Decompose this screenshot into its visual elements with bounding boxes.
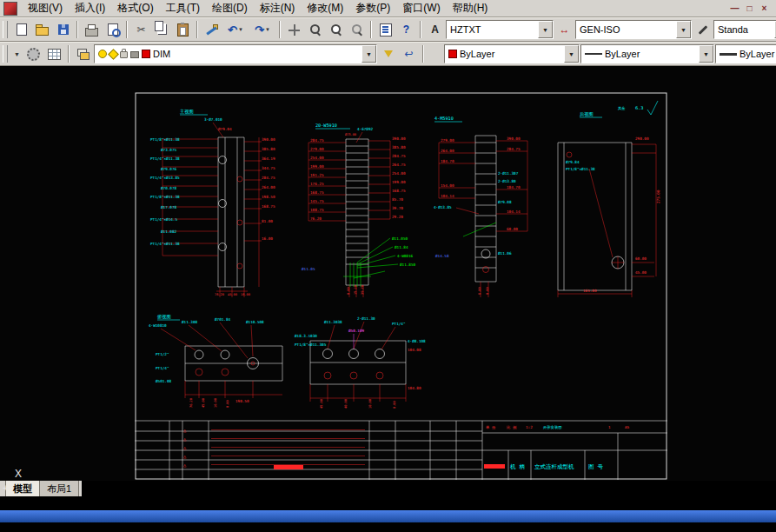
zoom-previous-icon <box>351 23 363 36</box>
zoom-previous-button[interactable] <box>347 20 367 39</box>
dim-text: 264.00 <box>441 149 454 153</box>
text-style-button[interactable]: A <box>425 20 445 39</box>
chevron-down-icon[interactable]: ▼ <box>538 21 553 38</box>
new-button[interactable] <box>11 20 31 39</box>
menu-view[interactable]: 视图(V) <box>22 0 69 17</box>
layer-states-button[interactable] <box>44 44 64 63</box>
plot-preview-icon <box>108 23 118 36</box>
dim-text: 264.75 <box>392 163 406 167</box>
match-properties-button[interactable] <box>202 20 222 39</box>
note-text: 2-Ø13.80 <box>498 179 516 183</box>
command-window-bar[interactable] <box>0 510 776 522</box>
note-text: Ø11.06 <box>498 251 512 256</box>
menu-bar: 视图(V) 插入(I) 格式(O) 工具(T) 绘图(D) 标注(N) 修改(M… <box>0 0 776 17</box>
redacted-bar <box>484 464 505 469</box>
dim-text: 76.20 <box>310 216 322 221</box>
zoom-window-button[interactable] <box>326 20 346 39</box>
dim-text: 0.00 <box>347 287 350 295</box>
model-space[interactable]: 主视图 20-W5910 4-67892 4-M5910 后视图 俯视图 其余 … <box>0 66 776 481</box>
chevron-down-icon[interactable]: ▼ <box>676 21 691 38</box>
paste-button[interactable] <box>173 20 193 39</box>
chevron-down-icon[interactable]: ▼ <box>699 45 713 63</box>
titleblock-text: 比 例 <box>507 425 516 430</box>
lineweight-combo[interactable]: ByLayer ▼ <box>715 44 776 63</box>
dim-text: 254.00 <box>310 156 324 160</box>
dim-style-combo[interactable]: GEN-ISO ▼ <box>575 20 692 39</box>
layer-plot-icon[interactable] <box>130 51 139 58</box>
minimize-button[interactable]: — <box>728 3 741 13</box>
note-text: 4-Ø8.108 <box>408 339 426 343</box>
revision-triangle: △ <box>183 428 187 433</box>
pan-button[interactable] <box>284 20 304 39</box>
undo-button[interactable]: ↶ ▼ <box>222 20 249 39</box>
toolbar-grip[interactable] <box>3 45 8 63</box>
undo-dropdown-arrow[interactable]: ▼ <box>238 27 243 32</box>
help-button[interactable]: ? <box>396 20 416 39</box>
note-text: Ø11.082 <box>161 229 177 234</box>
note-text: 2-Ø11.307 <box>498 171 519 176</box>
close-button[interactable]: × <box>758 3 771 13</box>
dim-text: 364.19 <box>262 156 275 161</box>
open-button[interactable] <box>32 20 52 39</box>
text-style-combo[interactable]: HZTXT ▼ <box>446 20 554 39</box>
ucs-x-label: X <box>15 468 22 480</box>
layer-previous-icon: ↩ <box>404 49 413 59</box>
tab-layout1[interactable]: 布局1 <box>39 480 79 496</box>
restore-button[interactable]: □ <box>743 3 756 13</box>
color-combo[interactable]: ByLayer ▼ <box>444 44 580 63</box>
pan-icon <box>289 24 300 36</box>
dim-text: 168.75 <box>310 190 324 195</box>
redo-dropdown-arrow[interactable]: ▼ <box>265 27 270 32</box>
zoom-realtime-button[interactable] <box>305 20 325 39</box>
revision-triangle: △ <box>183 462 187 468</box>
drawing-sheet: 主视图 20-W5910 4-67892 4-M5910 后视图 俯视图 其余 … <box>135 92 667 480</box>
cut-button[interactable]: ✂ <box>131 20 151 39</box>
table-style-button[interactable] <box>693 20 713 39</box>
menu-window[interactable]: 窗口(W) <box>396 0 446 17</box>
toolbar-overflow-button[interactable]: ▼ <box>11 44 23 63</box>
save-button[interactable] <box>53 20 73 39</box>
toolbar-separator <box>370 21 372 38</box>
note-text: PT1/4" <box>392 322 406 326</box>
copy-button[interactable] <box>152 20 172 39</box>
layer-properties-button[interactable] <box>73 44 93 63</box>
menu-dimension[interactable]: 标注(N) <box>254 0 302 17</box>
plot-preview-button[interactable] <box>103 20 123 39</box>
plot-button[interactable] <box>82 20 102 39</box>
layer-thaw-icon[interactable] <box>108 49 119 60</box>
dim-text: 0.00 <box>486 287 489 295</box>
layer-combo[interactable]: DIM ▼ <box>94 44 377 63</box>
zoom-window-icon <box>330 23 342 36</box>
chevron-down-icon[interactable]: ▼ <box>361 45 376 63</box>
menu-draw[interactable]: 绘图(D) <box>206 0 254 17</box>
note-text: Ø14.58 <box>435 254 449 258</box>
menu-insert[interactable]: 插入(I) <box>69 0 111 17</box>
layer-lock-icon[interactable] <box>120 51 128 58</box>
undo-icon: ↶ <box>228 24 237 36</box>
toolbar-grip[interactable] <box>3 21 8 38</box>
dim-text: 39.70 <box>392 206 403 210</box>
menu-format[interactable]: 格式(O) <box>111 0 159 17</box>
menu-tools[interactable]: 工具(T) <box>160 0 206 17</box>
dim-text: 0.00 <box>226 400 229 408</box>
layer-previous-button[interactable]: ↩ <box>399 44 419 63</box>
layer-on-icon[interactable] <box>98 50 107 58</box>
menu-modify[interactable]: 修改(M) <box>301 0 349 17</box>
roughness-note: 其余 <box>618 106 626 110</box>
make-object-layer-current-button[interactable] <box>378 44 398 63</box>
properties-button[interactable] <box>375 20 395 39</box>
dim-style-button[interactable]: ↔ <box>554 20 574 39</box>
dim-text: 279.00 <box>441 138 454 143</box>
menu-help[interactable]: 帮助(H) <box>447 0 494 17</box>
table-style-combo[interactable]: Standa ▼ <box>713 20 776 39</box>
chevron-down-icon[interactable]: ▼ <box>564 45 579 63</box>
linetype-combo[interactable]: ByLayer ▼ <box>580 44 714 63</box>
standards-button[interactable] <box>23 44 43 63</box>
tab-model[interactable]: 模型 <box>5 480 40 496</box>
dim-text: 8.00 <box>478 287 481 295</box>
dim-text: 199.00 <box>310 164 324 169</box>
menu-parametric[interactable]: 参数(P) <box>349 0 396 17</box>
redo-button[interactable]: ↷ ▼ <box>249 20 275 39</box>
properties-palette-icon <box>380 23 392 37</box>
view-title: 20-W5910 <box>315 123 337 128</box>
